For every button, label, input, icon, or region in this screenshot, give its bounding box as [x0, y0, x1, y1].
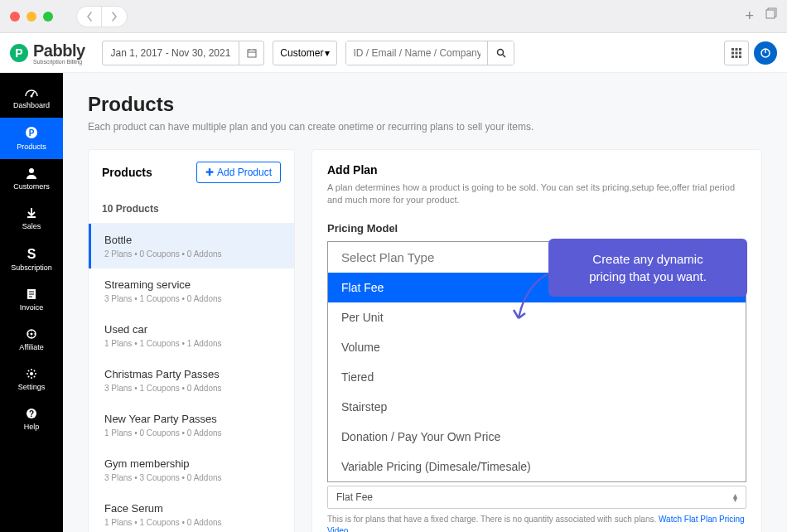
- sidebar-item-products[interactable]: PProducts: [0, 118, 63, 159]
- svg-rect-4: [731, 48, 734, 51]
- product-item[interactable]: Used car1 Plans • 1 Coupons • 1 Addons: [89, 313, 294, 358]
- product-meta: 1 Plans • 1 Coupons • 1 Addons: [104, 339, 281, 348]
- callout: Create any dynamicpricing that you want.: [548, 239, 747, 297]
- pricing-model-label: Pricing Model: [327, 222, 746, 235]
- logo-icon: P: [10, 44, 28, 62]
- products-panel: Products ✚ Add Product 10 Products Bottl…: [88, 149, 295, 532]
- sidebar-item-invoice[interactable]: Invoice: [0, 280, 63, 320]
- svg-rect-1: [766, 10, 775, 18]
- pricing-help-text: This is for plans that have a fixed char…: [327, 514, 746, 532]
- search-button[interactable]: [487, 41, 514, 65]
- svg-rect-5: [736, 48, 738, 51]
- logo[interactable]: P Pabbly Subscription Billing: [10, 41, 85, 65]
- plus-icon: ✚: [205, 167, 214, 178]
- brand-sub: Subscription Billing: [33, 59, 85, 65]
- product-item[interactable]: Streaming service3 Plans • 1 Coupons • 0…: [89, 268, 294, 313]
- product-meta: 3 Plans • 1 Coupons • 0 Addons: [104, 294, 281, 303]
- browser-chrome: +: [0, 0, 787, 33]
- sidebar-item-label: Settings: [18, 383, 46, 391]
- callout-bubble: Create any dynamicpricing that you want.: [548, 239, 747, 297]
- back-button[interactable]: [77, 7, 102, 27]
- page-subtitle: Each product can have multiple plan and …: [88, 121, 762, 133]
- add-plan-title: Add Plan: [327, 163, 746, 177]
- sidebar-item-label: Dashboard: [13, 101, 50, 109]
- svg-rect-12: [739, 56, 741, 58]
- svg-rect-10: [731, 56, 734, 58]
- product-item[interactable]: Face Serum1 Plans • 1 Coupons • 0 Addons: [89, 492, 294, 532]
- products-count: 10 Products: [89, 195, 294, 224]
- sidebar-item-subscription[interactable]: SSubscription: [0, 239, 63, 280]
- products-icon: P: [25, 126, 38, 139]
- svg-text:P: P: [29, 128, 35, 138]
- product-item[interactable]: Gym membership3 Plans • 3 Coupons • 0 Ad…: [89, 447, 294, 492]
- svg-text:?: ?: [29, 409, 34, 418]
- date-range-text: Jan 1, 2017 - Nov 30, 2021: [103, 47, 239, 59]
- sidebar: DashboardPProductsCustomersSalesSSubscri…: [0, 73, 63, 532]
- select-caret-icon: ▴▾: [733, 493, 737, 501]
- svg-point-3: [497, 49, 503, 55]
- customer-filter[interactable]: Customer ▾: [273, 41, 337, 65]
- products-panel-title: Products: [102, 166, 152, 179]
- subscription-icon: S: [26, 247, 37, 260]
- sidebar-item-label: Affiliate: [19, 343, 43, 351]
- product-name: New Year Party Passes: [104, 413, 281, 425]
- svg-rect-2: [248, 50, 256, 57]
- product-meta: 1 Plans • 1 Coupons • 0 Addons: [104, 518, 281, 527]
- dropdown-option[interactable]: Tiered: [328, 362, 746, 392]
- calendar-icon[interactable]: [239, 41, 263, 65]
- forward-button[interactable]: [102, 7, 127, 27]
- power-icon[interactable]: [754, 41, 777, 65]
- help-icon: ?: [26, 408, 37, 419]
- dropdown-option[interactable]: Stairstep: [328, 392, 746, 422]
- traffic-lights: [10, 12, 53, 22]
- product-item[interactable]: New Year Party Passes1 Plans • 0 Coupons…: [89, 403, 294, 447]
- affiliate-icon: [26, 328, 37, 340]
- svg-rect-8: [736, 51, 738, 54]
- sidebar-item-help[interactable]: ?Help: [0, 399, 63, 439]
- product-name: Streaming service: [104, 278, 281, 291]
- sidebar-item-settings[interactable]: Settings: [0, 360, 63, 399]
- sidebar-item-dashboard[interactable]: Dashboard: [0, 78, 63, 118]
- product-name: Gym membership: [104, 457, 281, 470]
- customers-icon: [26, 167, 37, 179]
- pricing-model-select[interactable]: Flat Fee ▴▾: [327, 486, 746, 509]
- product-item[interactable]: Christmas Party Passes3 Plans • 1 Coupon…: [89, 358, 294, 403]
- product-meta: 3 Plans • 3 Coupons • 0 Addons: [104, 473, 281, 482]
- nav-arrows: [76, 6, 128, 27]
- svg-text:S: S: [27, 247, 36, 260]
- sidebar-item-label: Products: [17, 143, 46, 151]
- window-icon[interactable]: [765, 7, 777, 25]
- topbar: P Pabbly Subscription Billing Jan 1, 201…: [0, 33, 787, 73]
- dropdown-option[interactable]: Volume: [328, 332, 746, 362]
- close-window[interactable]: [10, 12, 20, 22]
- date-range-picker[interactable]: Jan 1, 2017 - Nov 30, 2021: [102, 41, 265, 65]
- dropdown-option[interactable]: Variable Pricing (Dimesale/Timesale): [328, 452, 746, 481]
- dashboard-icon: [24, 86, 39, 98]
- svg-rect-9: [739, 51, 741, 54]
- svg-rect-11: [736, 56, 738, 58]
- sidebar-item-customers[interactable]: Customers: [0, 159, 63, 199]
- dropdown-option[interactable]: Donation / Pay Your Own Price: [328, 422, 746, 452]
- content: Products Each product can have multiple …: [63, 73, 787, 532]
- sidebar-item-affiliate[interactable]: Affiliate: [0, 320, 63, 360]
- callout-arrow-icon: [509, 268, 558, 335]
- add-product-button[interactable]: ✚ Add Product: [196, 162, 281, 183]
- product-name: Bottle: [104, 234, 281, 246]
- maximize-window[interactable]: [43, 12, 53, 22]
- page-title: Products: [88, 93, 762, 116]
- search-input[interactable]: [346, 41, 487, 65]
- invoice-icon: [27, 288, 36, 300]
- product-meta: 2 Plans • 0 Coupons • 0 Addons: [104, 249, 281, 259]
- product-item[interactable]: Bottle2 Plans • 0 Coupons • 0 Addons: [89, 224, 294, 268]
- search-wrap: [345, 41, 514, 65]
- sidebar-item-label: Subscription: [11, 264, 52, 272]
- svg-point-17: [29, 168, 34, 173]
- new-tab-icon[interactable]: +: [745, 7, 754, 25]
- sidebar-item-sales[interactable]: Sales: [0, 199, 63, 239]
- sidebar-item-label: Customers: [13, 182, 50, 191]
- brand-name: Pabbly: [33, 41, 85, 60]
- add-plan-panel: Add Plan A plan determines how a product…: [311, 149, 762, 532]
- minimize-window[interactable]: [27, 12, 36, 22]
- apps-icon[interactable]: [724, 41, 749, 65]
- svg-rect-6: [739, 48, 741, 51]
